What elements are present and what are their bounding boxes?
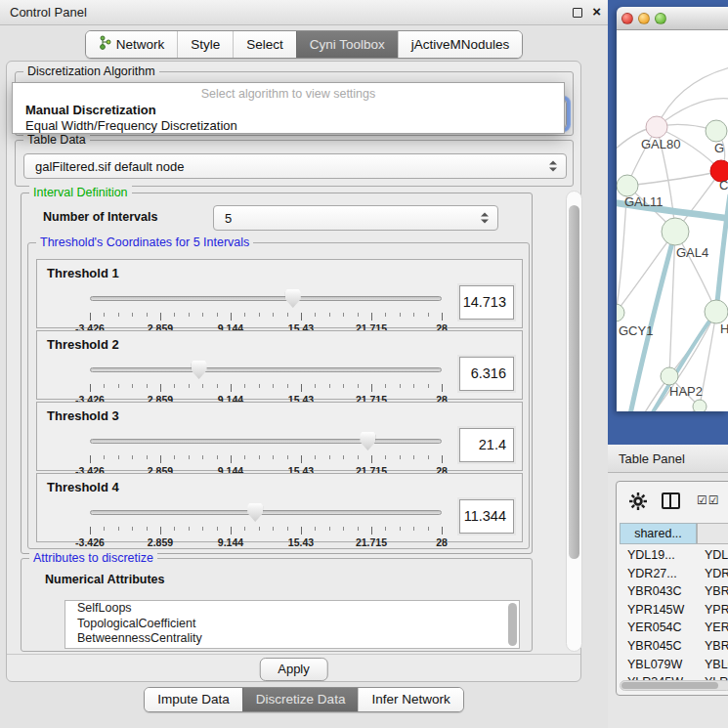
slider-thumb[interactable] xyxy=(285,289,301,308)
algorithm-item-equal-width[interactable]: Equal Width/Frequency Discretization xyxy=(13,117,564,133)
network-canvas[interactable]: GAL80GCGAL11GAL4GCY1HHAP2 xyxy=(617,30,728,411)
slider-thumb[interactable] xyxy=(192,361,207,379)
column-header-name[interactable]: na xyxy=(697,523,728,544)
tab-select[interactable]: Select xyxy=(233,31,296,58)
table-row[interactable]: YIL052CYIL0 xyxy=(617,692,728,696)
network-view-window[interactable]: GAL80GCGAL11GAL4GCY1HHAP2 xyxy=(617,7,728,411)
minor-tick xyxy=(202,313,203,317)
network-edge-highlighted[interactable] xyxy=(716,194,728,312)
table-panel-body: ☑☑ shared... na YDL19...YDL1YDR27...YDR2… xyxy=(608,473,728,728)
tab-infer-network[interactable]: Infer Network xyxy=(358,688,462,711)
threshold-slider[interactable]: -3.4262.8599.14415.4321.71528 xyxy=(90,430,442,469)
minor-tick xyxy=(400,455,401,459)
major-tick xyxy=(442,455,443,463)
table-row[interactable]: YER054CYER0 xyxy=(617,619,728,637)
close-traffic-light-icon[interactable] xyxy=(621,13,633,24)
node-gal80[interactable] xyxy=(646,116,667,138)
node-gal4[interactable] xyxy=(662,218,689,245)
node-gcy1[interactable] xyxy=(617,304,624,321)
slider-track[interactable] xyxy=(90,367,442,372)
minor-tick xyxy=(189,527,190,531)
threshold-label: Threshold 3 xyxy=(47,408,119,423)
node-label: GAL4 xyxy=(676,245,708,260)
major-tick xyxy=(442,384,443,392)
tab-discretize-data[interactable]: Discretize Data xyxy=(242,688,359,711)
major-tick xyxy=(231,455,232,463)
table-row[interactable]: YBL079WYBL0 xyxy=(617,656,728,674)
zoom-traffic-light-icon[interactable] xyxy=(655,13,666,24)
attribute-list-item[interactable]: SelfLoops xyxy=(65,601,519,617)
minor-tick xyxy=(174,527,175,531)
minor-tick xyxy=(428,384,429,388)
minor-tick xyxy=(343,384,344,388)
number-of-intervals-combobox[interactable]: 5 xyxy=(213,205,498,231)
numerical-attributes-list[interactable]: SelfLoopsTopologicalCoefficientBetweenne… xyxy=(64,600,520,649)
minor-tick xyxy=(259,527,260,531)
slider-thumb[interactable] xyxy=(247,503,263,522)
threshold-value-field[interactable]: 6.316 xyxy=(459,357,514,391)
node-g[interactable] xyxy=(706,120,727,142)
tab-jactivemnodules[interactable]: jActiveMNodules xyxy=(398,31,523,58)
tab-network[interactable]: Network xyxy=(86,31,178,58)
minimize-traffic-light-icon[interactable] xyxy=(638,13,650,24)
column-header-shared[interactable]: shared... xyxy=(620,523,697,544)
node-small[interactable] xyxy=(693,400,707,411)
major-tick xyxy=(160,313,161,321)
threshold-value-field[interactable]: 11.344 xyxy=(459,499,514,534)
slider-track[interactable] xyxy=(90,439,442,444)
table-row[interactable]: YPR145WYPR1 xyxy=(617,601,728,620)
table-data-value: galFiltered.sif default node xyxy=(35,159,184,174)
threshold-value-field[interactable]: 14.713 xyxy=(459,285,514,320)
minor-tick xyxy=(385,313,386,317)
threshold-slider[interactable]: -3.4262.8599.14415.4321.71528 xyxy=(90,287,442,326)
node-h[interactable] xyxy=(705,300,728,323)
column-layout-icon[interactable] xyxy=(662,492,680,509)
table-horizontal-scrollbar[interactable] xyxy=(620,680,728,691)
slider-track[interactable] xyxy=(90,296,442,301)
minor-tick xyxy=(147,455,148,459)
table-panel-titlebar: Table Panel xyxy=(608,445,728,473)
tab-impute-data[interactable]: Impute Data xyxy=(145,688,242,711)
tab-cyni-toolbox[interactable]: Cyni Toolbox xyxy=(296,31,398,58)
threshold-1-box: Threshold 1-3.4262.8599.14415.4321.71528… xyxy=(36,259,523,328)
control-panel-titlebar: Control Panel × xyxy=(0,0,608,25)
checkbox-icons[interactable]: ☑☑ xyxy=(697,493,720,507)
threshold-label: Threshold 2 xyxy=(47,337,119,352)
major-tick xyxy=(301,527,302,535)
float-window-icon[interactable] xyxy=(573,8,582,18)
node-gal11[interactable] xyxy=(617,175,638,196)
table-header-row: shared... na xyxy=(617,523,728,544)
table-hscrollbar-thumb[interactable] xyxy=(621,682,718,689)
network-edge[interactable] xyxy=(657,67,728,127)
algorithm-placeholder-item[interactable]: Select algorithm to view settings xyxy=(13,83,564,101)
apply-button[interactable]: Apply xyxy=(259,658,328,681)
node-label: HAP2 xyxy=(669,384,703,399)
slider-thumb[interactable] xyxy=(360,432,375,450)
threshold-slider[interactable]: -3.4262.8599.14415.4321.71528 xyxy=(90,359,442,398)
node-hap2[interactable] xyxy=(661,367,678,385)
minor-tick xyxy=(217,527,218,531)
network-edge[interactable] xyxy=(627,171,721,186)
attribute-list-scrollbar[interactable] xyxy=(508,603,517,646)
attribute-list-item[interactable]: TopologicalCoefficient xyxy=(65,617,519,632)
panel-scrollbar[interactable] xyxy=(566,191,582,652)
table-row[interactable]: YDR27...YDR2 xyxy=(617,565,728,583)
threshold-slider[interactable]: -3.4262.8599.14415.4321.71528 xyxy=(90,501,442,540)
gear-icon[interactable] xyxy=(628,492,648,511)
algorithm-item-manual[interactable]: Manual Discretization xyxy=(13,101,564,117)
minor-tick xyxy=(315,313,316,317)
slider-track[interactable] xyxy=(90,510,442,515)
table-data-combobox[interactable]: galFiltered.sif default node xyxy=(23,153,567,179)
node-label: GAL11 xyxy=(624,194,664,209)
threshold-value-field[interactable]: 21.4 xyxy=(459,428,514,462)
major-tick xyxy=(371,455,372,463)
tab-style[interactable]: Style xyxy=(177,31,233,58)
panel-scrollbar-thumb[interactable] xyxy=(569,205,579,559)
combo-stepper-icon xyxy=(549,161,557,172)
close-icon[interactable]: × xyxy=(592,3,601,20)
table-row[interactable]: YBR043CYBR0 xyxy=(617,582,728,601)
table-row[interactable]: YBR045CYBR0 xyxy=(617,637,728,656)
apply-separator xyxy=(7,654,580,655)
table-row[interactable]: YDL19...YDL1 xyxy=(617,546,728,565)
attribute-list-item[interactable]: BetweennessCentrality xyxy=(65,631,519,647)
